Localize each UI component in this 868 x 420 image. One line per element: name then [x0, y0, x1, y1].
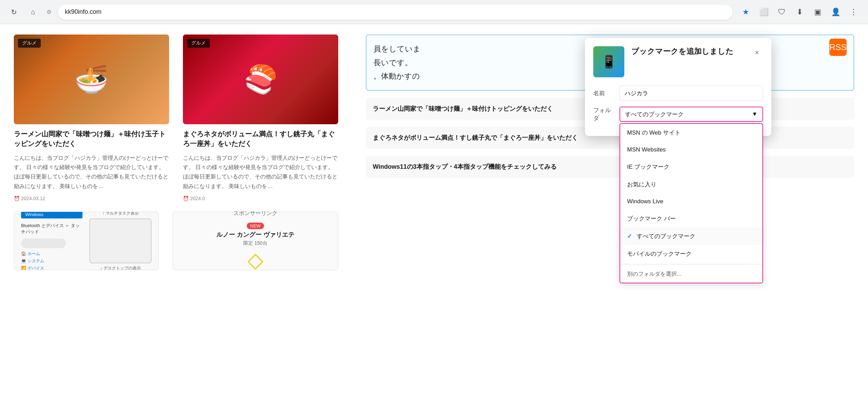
menu-button[interactable]: ⋮ [846, 4, 861, 20]
name-field: 名前 ハジカラ [593, 86, 763, 101]
dropdown-item-bookmark-bar[interactable]: ブックマーク バー [620, 210, 762, 227]
dropdown-item-label-2: IE ブックマーク [627, 163, 670, 171]
dropdown-item-msn-websites[interactable]: MSN Websites [620, 141, 762, 158]
dropdown-item-label-5: ブックマーク バー [627, 215, 676, 223]
dropdown-item-label-3: お気に入り [627, 180, 656, 188]
folder-label: フォルダ [593, 106, 614, 122]
dropdown-item-label-4: Windows Live [627, 198, 663, 205]
shield-button[interactable]: 🛡 [774, 4, 789, 20]
bookmark-dialog: 📱 ブックマークを追加しました × 名前 ハジカラ フォルダ すべてのブックマー… [585, 38, 771, 136]
dialog-title: ブックマークを追加しました [631, 46, 744, 57]
profile-button[interactable]: 👤 [828, 4, 843, 20]
dropdown-item-mobile[interactable]: モバイルのブックマーク [620, 245, 762, 263]
toolbar-icons: ★ ⬜ 🛡 ⬇ ▣ 👤 ⋮ [738, 4, 861, 20]
address-bar[interactable]: kk90info.com [58, 4, 733, 20]
dropdown-item-windows-live[interactable]: Windows Live [620, 193, 762, 210]
home-button[interactable]: ⌂ [26, 5, 40, 19]
dropdown-item-ie[interactable]: IE ブックマーク [620, 158, 762, 176]
dialog-title-area: ブックマークを追加しました [631, 46, 744, 57]
dropdown-item-label-8: 別のフォルダを選択... [627, 271, 681, 278]
sidebar-button[interactable]: ▣ [810, 4, 825, 20]
dialog-close-button[interactable]: × [751, 46, 763, 59]
lock-icon: ⚙ [46, 9, 52, 16]
dropdown-item-label-0: MSN の Web サイト [627, 129, 681, 137]
folder-dropdown-button[interactable]: すべてのブックマーク ▼ [620, 107, 763, 122]
name-label: 名前 [593, 89, 614, 97]
dropdown-item-label-6: すべてのブックマーク [637, 232, 695, 240]
dialog-thumbnail: 📱 [593, 46, 624, 77]
dropdown-item-label-7: モバイルのブックマーク [627, 250, 692, 258]
folder-field: フォルダ すべてのブックマーク ▼ MSN の Web サイト MSN Webs… [593, 106, 763, 122]
name-input[interactable]: ハジカラ [620, 86, 763, 101]
dropdown-item-all-bookmarks[interactable]: すべてのブックマーク [620, 227, 762, 245]
dropdown-item-msn-web[interactable]: MSN の Web サイト [620, 124, 762, 141]
folder-dropdown-menu: MSN の Web サイト MSN Websites IE ブックマーク お気に… [620, 123, 763, 283]
extensions-button[interactable]: ⬜ [756, 4, 771, 20]
dropdown-item-favorites[interactable]: お気に入り [620, 176, 762, 193]
bookmark-star-button[interactable]: ★ [738, 4, 753, 20]
dialog-header: 📱 ブックマークを追加しました × [593, 46, 763, 77]
thumbnail-emoji: 📱 [601, 55, 617, 69]
download-button[interactable]: ⬇ [792, 4, 807, 20]
dialog-overlay: 📱 ブックマークを追加しました × 名前 ハジカラ フォルダ すべてのブックマー… [0, 24, 868, 420]
dropdown-arrow-icon: ▼ [752, 111, 758, 118]
browser-chrome: ↻ ⌂ ⚙ kk90info.com ★ ⬜ 🛡 ⬇ ▣ 👤 ⋮ [0, 0, 868, 24]
dropdown-item-other-folder[interactable]: 別のフォルダを選択... [620, 266, 762, 283]
folder-dropdown[interactable]: すべてのブックマーク ▼ MSN の Web サイト MSN Websites … [620, 107, 763, 122]
folder-selected-label: すべてのブックマーク [625, 110, 684, 118]
dropdown-divider [620, 264, 762, 264]
reload-button[interactable]: ↻ [7, 5, 21, 19]
dropdown-item-label-1: MSN Websites [627, 146, 666, 153]
